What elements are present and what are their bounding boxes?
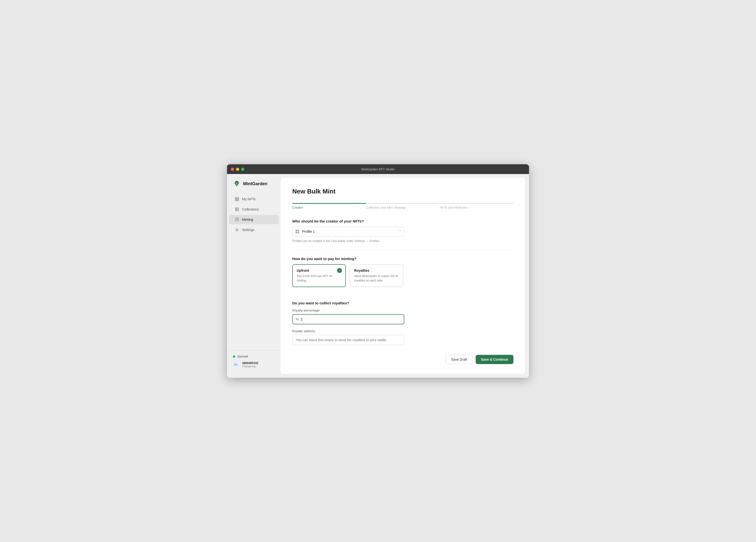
sidebar-nav: My NFTs Collections Minting	[227, 194, 281, 351]
payment-options: ✓ Upfront Pay 0.015 XCH per NFT on minti…	[292, 264, 513, 287]
save-continue-button[interactable]: Save & Continue	[476, 355, 513, 364]
step-label-creator: Creator	[292, 206, 366, 209]
creator-question: Who should be the creator of your NFTs?	[292, 219, 513, 223]
royalties-title: Royalties	[354, 268, 399, 273]
logo-icon	[233, 180, 241, 188]
step-label-nfts: NFTs and Attributes	[440, 206, 513, 209]
step-line-nfts	[440, 203, 513, 204]
royalties-section: Do you want to collect royalties? Royalt…	[292, 301, 513, 345]
creator-section: Who should be the creator of your NFTs? …	[292, 219, 513, 243]
step-creator: Creator	[292, 203, 366, 209]
sidebar-item-minting-label: Minting	[242, 217, 253, 221]
step-nfts: NFTs and Attributes	[440, 203, 513, 209]
collections-icon	[235, 207, 239, 211]
sidebar-item-minting[interactable]: Minting	[229, 215, 279, 224]
footer-buttons: Save Draft Save & Continue	[292, 345, 513, 364]
app-body: MintGarden My NFTs	[227, 174, 529, 378]
svg-rect-12	[296, 232, 297, 233]
app-window: MintGarden NFT Studio MintGarden	[227, 164, 529, 378]
key-avatar-icon	[233, 361, 240, 368]
titlebar: MintGarden NFT Studio	[227, 164, 529, 174]
key-number: 3689485332	[242, 362, 258, 365]
traffic-lights	[231, 168, 244, 171]
profile-icon-left	[295, 229, 300, 234]
steps-bar: Creator Collection and Mint Strategy NFT…	[292, 203, 513, 209]
sidebar-item-collections[interactable]: Collections	[229, 205, 279, 214]
step-collection: Collection and Mint Strategy	[366, 203, 440, 209]
key-row[interactable]: 3689485332 Change key	[233, 361, 275, 368]
synced-label: Synced	[237, 355, 248, 358]
maximize-button[interactable]	[241, 168, 244, 171]
svg-point-8	[235, 364, 236, 365]
svg-rect-13	[298, 232, 299, 233]
sidebar-item-settings[interactable]: Settings	[229, 225, 279, 234]
sidebar-item-collections-label: Collections	[242, 207, 259, 211]
step-line-collection	[366, 203, 440, 204]
royalty-percentage-input[interactable]	[292, 314, 404, 325]
sidebar-footer: Synced 3689485332 Change key	[227, 351, 281, 372]
royalty-address-input[interactable]	[292, 335, 404, 345]
payment-card-royalties[interactable]: Royalties Allow MintGarden to collect 2%…	[350, 264, 403, 287]
key-change: Change key	[242, 365, 258, 368]
royalty-percentage-label: Royalty percentage	[292, 309, 513, 312]
svg-point-5	[236, 229, 237, 230]
svg-rect-10	[296, 230, 297, 231]
upfront-title: Upfront	[297, 268, 341, 273]
percent-symbol: %	[296, 317, 299, 321]
royalties-question: Do you want to collect royalties?	[292, 301, 513, 305]
sidebar-item-my-nfts[interactable]: My NFTs	[229, 194, 279, 204]
close-button[interactable]	[231, 168, 234, 171]
step-line-creator	[292, 203, 366, 204]
royalty-input-wrapper: %	[292, 314, 404, 325]
logo-text: MintGarden	[243, 181, 267, 186]
divider-1	[292, 249, 513, 250]
payment-section: How do you want to pay for minting? ✓ Up…	[292, 256, 513, 287]
svg-rect-0	[235, 197, 237, 199]
key-info: 3689485332 Change key	[242, 362, 258, 368]
window-title: MintGarden NFT Studio	[361, 167, 395, 171]
svg-rect-3	[237, 199, 239, 201]
settings-icon	[235, 227, 239, 232]
check-icon: ✓	[337, 268, 342, 273]
sidebar-item-my-nfts-label: My NFTs	[242, 197, 255, 201]
payment-card-upfront[interactable]: ✓ Upfront Pay 0.015 XCH per NFT on minti…	[292, 264, 346, 287]
profile-select[interactable]: Profile 1	[292, 227, 404, 236]
main-content: New Bulk Mint Creator Collection and Min…	[281, 178, 525, 374]
svg-rect-2	[235, 199, 237, 201]
royalties-desc: Allow MintGarden to collect 2% of royalt…	[354, 274, 399, 283]
synced-dot	[233, 355, 235, 358]
minimize-button[interactable]	[236, 168, 239, 171]
grid-icon	[235, 197, 239, 201]
svg-rect-11	[298, 230, 299, 231]
step-label-collection: Collection and Mint Strategy	[366, 206, 440, 209]
minting-icon	[235, 217, 239, 222]
synced-row: Synced	[233, 355, 275, 358]
page-title: New Bulk Mint	[292, 188, 513, 195]
royalty-address-label: Royalty address	[292, 329, 513, 333]
creator-hint: Profiles can be created in the Chia wall…	[292, 239, 513, 243]
sidebar: MintGarden My NFTs	[227, 174, 281, 378]
upfront-desc: Pay 0.015 XCH per NFT on minting.	[297, 274, 341, 283]
save-draft-button[interactable]: Save Draft	[445, 355, 473, 364]
divider-2	[292, 294, 513, 294]
svg-rect-1	[237, 197, 239, 199]
sidebar-logo: MintGarden	[227, 180, 281, 194]
sidebar-item-settings-label: Settings	[242, 228, 255, 232]
profile-select-wrapper: Profile 1 ⌃	[292, 227, 404, 236]
payment-question: How do you want to pay for minting?	[292, 256, 513, 261]
